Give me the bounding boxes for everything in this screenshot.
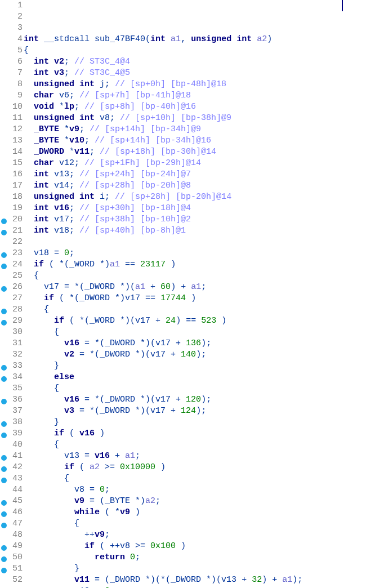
code-line[interactable]: v13 = v16 + a1; xyxy=(24,451,375,462)
breakpoint-cell[interactable] xyxy=(0,304,8,315)
code-editor[interactable]: 1234567891011121314151617181920212223242… xyxy=(0,0,375,588)
breakpoint-cell[interactable] xyxy=(0,462,8,473)
breakpoint-cell[interactable] xyxy=(0,23,8,34)
breakpoint-cell[interactable] xyxy=(0,101,8,113)
breakpoint-cell[interactable] xyxy=(0,225,8,237)
breakpoint-cell[interactable] xyxy=(0,417,8,428)
breakpoint-dot-icon[interactable] xyxy=(1,230,7,235)
breakpoint-dot-icon[interactable] xyxy=(1,320,7,326)
code-line[interactable]: if ( v16 ) xyxy=(24,428,375,439)
breakpoint-dot-icon[interactable] xyxy=(1,421,7,427)
code-line[interactable]: int v13; // [sp+24h] [bp-24h]@7 xyxy=(24,169,375,180)
code-line[interactable]: int v16; // [sp+30h] [bp-18h]@4 xyxy=(24,203,375,214)
breakpoint-cell[interactable] xyxy=(0,79,8,90)
code-line[interactable]: v8 = 0; xyxy=(24,484,375,496)
breakpoint-cell[interactable] xyxy=(0,541,8,552)
breakpoint-cell[interactable] xyxy=(0,529,8,541)
breakpoint-cell[interactable] xyxy=(0,158,8,169)
breakpoint-cell[interactable] xyxy=(0,574,8,586)
breakpoint-dot-icon[interactable] xyxy=(1,219,7,224)
breakpoint-dot-icon[interactable] xyxy=(1,286,7,292)
code-line[interactable]: } xyxy=(24,360,375,372)
code-line[interactable]: else xyxy=(24,372,375,383)
code-line[interactable]: v11 = (_DWORD *)(*(_DWORD *)(v13 + 32) +… xyxy=(24,574,375,586)
code-line[interactable]: v9 = (_BYTE *)a2; xyxy=(24,496,375,507)
code-line[interactable]: int v17; // [sp+38h] [bp-10h]@2 xyxy=(24,214,375,225)
breakpoint-cell[interactable] xyxy=(0,315,8,327)
breakpoint-cell[interactable] xyxy=(0,406,8,417)
code-line[interactable]: if ( *(_WORD *)(v17 + 24) == 523 ) xyxy=(24,315,375,327)
code-line[interactable]: v16 = *(_DWORD *)(v17 + 120); xyxy=(24,394,375,406)
code-line[interactable]: if ( a2 >= 0x10000 ) xyxy=(24,462,375,473)
breakpoint-cell[interactable] xyxy=(0,214,8,225)
breakpoint-cell[interactable] xyxy=(0,372,8,383)
breakpoint-cell[interactable] xyxy=(0,428,8,439)
breakpoint-dot-icon[interactable] xyxy=(1,523,7,528)
breakpoint-cell[interactable] xyxy=(0,383,8,394)
code-line[interactable]: unsigned int j; // [sp+0h] [bp-48h]@18 xyxy=(24,79,375,90)
breakpoint-cell[interactable] xyxy=(0,135,8,146)
breakpoint-cell[interactable] xyxy=(0,68,8,79)
breakpoint-cell[interactable] xyxy=(0,34,8,45)
code-line[interactable]: char v12; // [sp+1Fh] [bp-29h]@14 xyxy=(24,158,375,169)
breakpoint-cell[interactable] xyxy=(0,146,8,158)
breakpoint-dot-icon[interactable] xyxy=(1,365,7,371)
code-line[interactable]: _DWORD *v11; // [sp+18h] [bp-30h]@14 xyxy=(24,146,375,158)
breakpoint-dot-icon[interactable] xyxy=(1,568,7,573)
code-line[interactable]: int __stdcall sub_47BF40(int a1, unsigne… xyxy=(24,34,375,45)
breakpoint-dot-icon[interactable] xyxy=(1,478,7,483)
breakpoint-dot-icon[interactable] xyxy=(1,466,7,472)
code-line[interactable]: return 0; xyxy=(24,552,375,563)
breakpoint-cell[interactable] xyxy=(0,563,8,574)
breakpoint-cell[interactable] xyxy=(0,439,8,451)
breakpoint-cell[interactable] xyxy=(0,473,8,484)
breakpoint-dot-icon[interactable] xyxy=(1,500,7,506)
breakpoint-dot-icon[interactable] xyxy=(1,455,7,461)
code-line[interactable]: { xyxy=(24,327,375,338)
breakpoint-cell[interactable] xyxy=(0,327,8,338)
code-line[interactable]: { xyxy=(24,473,375,484)
breakpoint-dot-icon[interactable] xyxy=(1,264,7,269)
code-line[interactable]: { xyxy=(24,383,375,394)
breakpoint-dot-icon[interactable] xyxy=(1,376,7,382)
breakpoint-dot-icon[interactable] xyxy=(1,399,7,404)
code-line[interactable]: _BYTE *v10; // [sp+14h] [bp-34h]@16 xyxy=(24,135,375,146)
code-line[interactable] xyxy=(24,237,375,248)
breakpoint-cell[interactable] xyxy=(0,248,8,259)
breakpoint-cell[interactable] xyxy=(0,169,8,180)
code-line[interactable]: int v3; // ST3C_4@5 xyxy=(24,68,375,79)
code-line[interactable]: { xyxy=(24,518,375,529)
code-line[interactable]: if ( ++v8 >= 0x100 ) xyxy=(24,541,375,552)
code-area[interactable]: int __stdcall sub_47BF40(int a1, unsigne… xyxy=(24,0,375,588)
breakpoint-cell[interactable] xyxy=(0,552,8,563)
code-line[interactable]: int v18; // [sp+40h] [bp-8h]@1 xyxy=(24,225,375,237)
breakpoint-cell[interactable] xyxy=(0,90,8,101)
breakpoint-cell[interactable] xyxy=(0,270,8,282)
code-line[interactable]: unsigned int v8; // [sp+10h] [bp-38h]@9 xyxy=(24,113,375,124)
code-line[interactable]: ++v9; xyxy=(24,529,375,541)
breakpoint-cell[interactable] xyxy=(0,293,8,304)
breakpoint-cell[interactable] xyxy=(0,338,8,349)
code-line[interactable]: v16 = *(_DWORD *)(v17 + 136); xyxy=(24,338,375,349)
breakpoint-dot-icon[interactable] xyxy=(1,511,7,517)
code-line[interactable]: v17 = *(_DWORD *)(a1 + 60) + a1; xyxy=(24,282,375,293)
code-line[interactable]: v12 = 0; xyxy=(24,586,375,588)
breakpoint-dot-icon[interactable] xyxy=(1,556,7,562)
code-line[interactable]: { xyxy=(24,439,375,451)
breakpoint-cell[interactable] xyxy=(0,45,8,56)
breakpoint-dot-icon[interactable] xyxy=(1,433,7,438)
code-line[interactable]: _BYTE *v9; // [sp+14h] [bp-34h]@9 xyxy=(24,124,375,135)
breakpoint-cell[interactable] xyxy=(0,237,8,248)
code-line[interactable]: unsigned int i; // [sp+28h] [bp-20h]@14 xyxy=(24,191,375,203)
breakpoint-cell[interactable] xyxy=(0,282,8,293)
code-line[interactable]: } xyxy=(24,563,375,574)
code-line[interactable]: { xyxy=(24,45,375,56)
breakpoint-cell[interactable] xyxy=(0,349,8,360)
breakpoint-dot-icon[interactable] xyxy=(1,309,7,314)
breakpoint-cell[interactable] xyxy=(0,0,8,11)
breakpoint-cell[interactable] xyxy=(0,507,8,518)
code-line[interactable]: char v6; // [sp+7h] [bp-41h]@18 xyxy=(24,90,375,101)
breakpoint-cell[interactable] xyxy=(0,11,8,23)
breakpoint-cell[interactable] xyxy=(0,124,8,135)
breakpoint-cell[interactable] xyxy=(0,484,8,496)
